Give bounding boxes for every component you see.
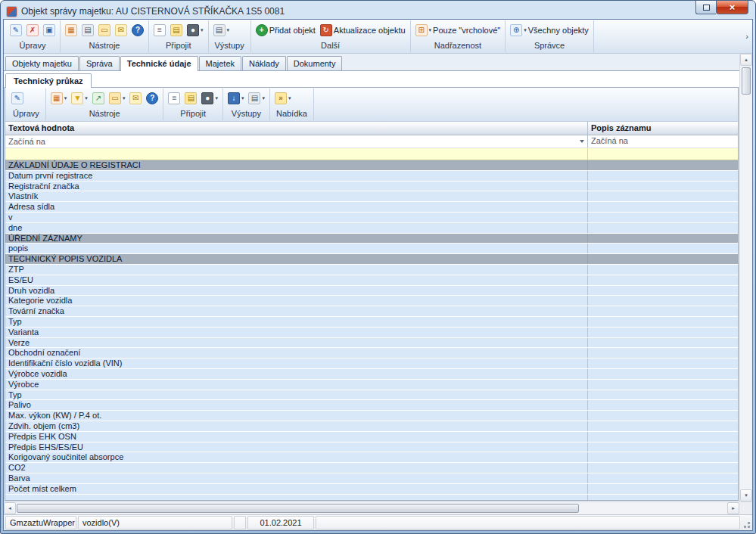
table-row[interactable]: Kategorie vozidla bbox=[5, 296, 738, 306]
table-row[interactable]: Datum první registrace bbox=[5, 171, 738, 182]
table-row[interactable]: Vlastník bbox=[5, 191, 738, 202]
tab-sprava[interactable]: Správa bbox=[79, 56, 120, 70]
table-toolbar: ✎Úpravy▦▾▼▾↗▭▾✉?Nástroje≡▤●▾Připojit↓▾▤▾… bbox=[5, 88, 738, 122]
export-button[interactable]: ↗ bbox=[91, 92, 106, 105]
mail-button[interactable]: ✉ bbox=[114, 23, 129, 37]
table-row[interactable]: popis bbox=[5, 244, 738, 254]
subtab-technicky-prukaz[interactable]: Technický průkaz bbox=[5, 73, 92, 88]
help-button[interactable]: ? bbox=[130, 23, 145, 37]
table-row[interactable]: Korigovaný součinitel absorpce bbox=[5, 452, 738, 463]
menu-button[interactable]: »▾ bbox=[273, 92, 293, 105]
camera-button[interactable]: ●▾ bbox=[200, 92, 219, 105]
vertical-scrollbar[interactable]: ▴ ▾ bbox=[739, 54, 752, 501]
table-row[interactable]: Tovární značka bbox=[5, 306, 738, 317]
hscroll-track[interactable] bbox=[16, 502, 727, 514]
aktualizace-objektu-button[interactable]: ↻Aktualizace objektu bbox=[319, 23, 407, 37]
table-row[interactable]: ES/EU bbox=[5, 275, 738, 286]
status-date: 01.02.2021 bbox=[247, 516, 314, 529]
column-header-textova-hodnota[interactable]: Textová hodnota bbox=[5, 122, 588, 135]
filter-input-right[interactable] bbox=[588, 148, 738, 160]
column-header-popis-zaznamu[interactable]: Popis záznamu bbox=[588, 122, 738, 135]
scroll-right-button[interactable]: ▸ bbox=[727, 502, 739, 514]
table-row[interactable]: Barva bbox=[5, 473, 738, 484]
table-row[interactable] bbox=[5, 495, 738, 501]
row-value-cell bbox=[588, 359, 738, 368]
table-row[interactable]: Adresa sídla bbox=[5, 202, 738, 213]
tab-objekty-majetku[interactable]: Objekty majetku bbox=[5, 56, 79, 70]
grid-button[interactable]: ▦ bbox=[64, 23, 79, 37]
tab-dokumenty[interactable]: Dokumenty bbox=[287, 56, 343, 70]
folder-button[interactable]: ▭ bbox=[97, 23, 112, 37]
table-row[interactable]: Max. výkon (KW) / P.4 ot. bbox=[5, 411, 738, 421]
restore-button[interactable] bbox=[695, 1, 716, 14]
save-button[interactable]: ↓▾ bbox=[226, 92, 246, 105]
filter-operator-left[interactable]: Začíná na bbox=[5, 135, 588, 147]
vscroll-track[interactable] bbox=[740, 66, 752, 489]
table-row[interactable]: Typ bbox=[5, 390, 738, 401]
printer-button[interactable]: ▤ bbox=[80, 23, 95, 37]
table-row[interactable]: Výrobce bbox=[5, 380, 738, 390]
document-button[interactable]: ≡ bbox=[166, 92, 182, 105]
table-row[interactable]: Typ bbox=[5, 317, 738, 328]
table-row[interactable]: v bbox=[5, 213, 738, 223]
printer-button[interactable]: ▤▾ bbox=[247, 92, 266, 105]
pouze-vrcholove-button[interactable]: ⊞▾Pouze "vrcholové" bbox=[414, 23, 502, 37]
filter-operator-right[interactable]: Začíná na bbox=[588, 135, 738, 147]
row-label-cell: ÚŘEDNÍ ZÁZNAMY bbox=[5, 234, 588, 244]
filter-operator-right-label: Začíná na bbox=[591, 136, 628, 145]
table-row[interactable]: Předpis EHK OSN bbox=[5, 432, 738, 442]
note-button[interactable]: ▤ bbox=[183, 92, 198, 105]
table-row[interactable]: ZTP bbox=[5, 265, 738, 275]
table-row[interactable]: Identifikační číslo vozidla (VIN) bbox=[5, 359, 738, 369]
pridat-objekt-button[interactable]: +Přidat objekt bbox=[254, 23, 317, 37]
tab-naklady[interactable]: Náklady bbox=[242, 56, 286, 70]
table-row[interactable]: dne bbox=[5, 223, 738, 234]
hscroll-thumb[interactable] bbox=[17, 504, 579, 513]
table-row[interactable]: Zdvih. objem (cm3) bbox=[5, 421, 738, 432]
table-row[interactable]: Obchodní označení bbox=[5, 348, 738, 359]
table-row[interactable]: Palivo bbox=[5, 400, 738, 411]
table-row[interactable]: Varianta bbox=[5, 328, 738, 338]
resize-grip[interactable] bbox=[741, 515, 751, 530]
filter-input-left[interactable] bbox=[5, 148, 588, 160]
mail-button[interactable]: ✉ bbox=[128, 92, 143, 105]
vscroll-thumb[interactable] bbox=[742, 67, 751, 95]
close-button[interactable]: × bbox=[716, 1, 748, 14]
grid-rows: ZÁKLADNÍ ÚDAJE O REGISTRACIDatum první r… bbox=[5, 160, 738, 500]
horizontal-scrollbar[interactable]: ◂ ▸ bbox=[4, 501, 752, 514]
vsechny-objekty-button[interactable]: ⊕▾Všechny objekty bbox=[509, 23, 590, 37]
app-icon bbox=[6, 6, 17, 17]
edit-button[interactable]: ✎ bbox=[8, 23, 23, 37]
tab-technicke-udaje[interactable]: Technické údaje bbox=[120, 56, 198, 71]
arrow-left-icon: ◂ bbox=[8, 505, 11, 511]
document-button[interactable]: ≡ bbox=[152, 23, 167, 37]
note-button[interactable]: ▤ bbox=[169, 23, 184, 37]
toolbar-overflow-button[interactable]: › bbox=[742, 24, 751, 48]
table-row[interactable]: Verze bbox=[5, 338, 738, 349]
table-row[interactable]: CO2 bbox=[5, 463, 738, 473]
table-row[interactable]: Výrobce vozidla bbox=[5, 369, 738, 380]
row-label-cell: Obchodní označení bbox=[5, 348, 588, 358]
help-button[interactable]: ? bbox=[145, 92, 160, 105]
section-row[interactable]: ÚŘEDNÍ ZÁZNAMY bbox=[5, 234, 738, 244]
camera-button[interactable]: ●▾ bbox=[185, 23, 205, 37]
delete-button[interactable]: ✗ bbox=[25, 23, 40, 37]
scroll-left-button[interactable]: ◂ bbox=[4, 502, 16, 514]
scroll-down-button[interactable]: ▾ bbox=[740, 489, 752, 501]
section-row[interactable]: TECHNICKÝ POPIS VOZIDLA bbox=[5, 254, 738, 265]
table-row[interactable]: Počet míst celkem bbox=[5, 484, 738, 495]
table-row[interactable]: Druh vozidla bbox=[5, 286, 738, 296]
table-row[interactable]: Registrační značka bbox=[5, 182, 738, 192]
arrow-down-icon: ▾ bbox=[745, 492, 748, 498]
titlebar[interactable]: Objekt správy majetku: AU CISTERNOVÁ STŘ… bbox=[3, 1, 753, 19]
edit-button[interactable]: ✎ bbox=[10, 92, 25, 105]
tab-majetek[interactable]: Majetek bbox=[199, 56, 242, 70]
folder-button[interactable]: ▭▾ bbox=[107, 92, 127, 105]
copy-button[interactable]: ▣ bbox=[42, 23, 57, 37]
section-row[interactable]: ZÁKLADNÍ ÚDAJE O REGISTRACI bbox=[5, 160, 738, 171]
scroll-up-button[interactable]: ▴ bbox=[740, 54, 752, 66]
printer-button[interactable]: ▤▾ bbox=[212, 23, 232, 37]
filter-button[interactable]: ▼▾ bbox=[70, 92, 89, 105]
table-row[interactable]: Předpis EHS/ES/EU bbox=[5, 442, 738, 453]
grid-button[interactable]: ▦▾ bbox=[49, 92, 69, 105]
